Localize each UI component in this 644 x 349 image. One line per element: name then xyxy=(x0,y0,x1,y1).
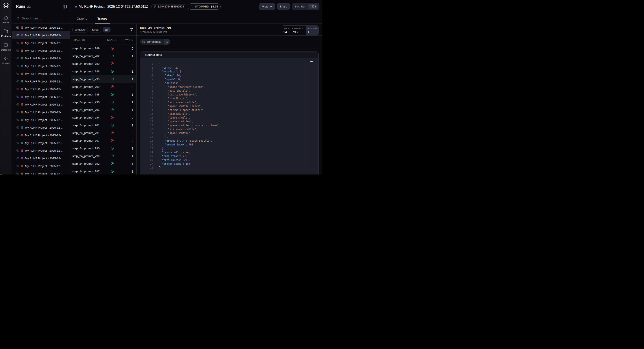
trace-row[interactable]: step_24_prompt_788 1 xyxy=(71,91,136,98)
correctness-chip[interactable]: correctness 1 xyxy=(140,39,170,45)
run-list-item[interactable]: My RLHF Project - 2025-12-... xyxy=(12,147,70,154)
run-list-item[interactable]: My RLHF Project - 2025-12-... xyxy=(12,31,70,39)
collapse-json-icon[interactable] xyxy=(310,61,313,62)
run-list-item[interactable]: My RLHF Project - 2025-12-... xyxy=(12,24,70,31)
eye-off-icon[interactable] xyxy=(16,103,20,106)
run-list-item[interactable]: My RLHF Project - 2025-12-... xyxy=(12,62,70,70)
trace-row[interactable]: step_24_prompt_781 1 xyxy=(71,121,136,129)
tab-traces[interactable]: Traces xyxy=(95,13,110,24)
eye-off-icon[interactable] xyxy=(16,87,20,91)
eye-off-icon[interactable] xyxy=(16,64,20,68)
eye-off-icon[interactable] xyxy=(16,110,20,114)
run-list-item[interactable]: My RLHF Project - 2025-12-... xyxy=(12,108,70,116)
run-list-item[interactable]: My RLHF Project - 2025-12-... xyxy=(12,55,70,62)
trace-status xyxy=(106,77,119,81)
eye-off-icon[interactable] xyxy=(16,41,20,45)
code-line: 9 "sci space history", xyxy=(140,93,318,97)
trace-row[interactable]: step_24_prompt_787 1 xyxy=(71,167,136,175)
trace-row[interactable]: step_24_prompt_784 0 xyxy=(71,114,136,121)
trace-id: step_24_prompt_790 xyxy=(72,101,106,104)
trace-row[interactable]: step_24_prompt_796 1 xyxy=(71,106,136,114)
eye-off-icon[interactable] xyxy=(16,157,20,160)
run-color-dot xyxy=(21,150,23,152)
eye-off-icon[interactable] xyxy=(16,149,20,152)
filter-chip-failed[interactable]: failed xyxy=(90,27,101,33)
run-list-item[interactable]: My RLHF Project - 2025-12-... xyxy=(12,116,70,124)
sidebar-item-home[interactable]: Home xyxy=(0,15,12,24)
tab-graphs[interactable]: Graphs xyxy=(74,13,90,24)
trace-row[interactable]: step_24_prompt_782 1 xyxy=(71,160,136,167)
run-list-item[interactable]: My RLHF Project - 2025-12-... xyxy=(12,93,70,101)
trace-row[interactable]: step_24_prompt_799 0 xyxy=(71,83,136,91)
run-list-item[interactable]: My RLHF Project - 2025-12-... xyxy=(12,139,70,147)
trace-reward: 0 xyxy=(119,131,133,135)
sidebar-item-datasets[interactable]: Datasets xyxy=(0,43,12,51)
eye-off-icon xyxy=(16,87,20,91)
runs-title: Runs xyxy=(16,4,25,9)
trace-row[interactable]: step_24_prompt_790 1 xyxy=(71,144,136,152)
app-logo-icon[interactable] xyxy=(2,3,10,9)
run-list-item[interactable]: My RLHF Project - 2025-12-... xyxy=(12,85,70,93)
run-list-item[interactable]: My RLHF Project - 2025-12-... xyxy=(12,124,70,131)
trace-row[interactable]: step_24_prompt_795 1 xyxy=(71,75,136,83)
run-color-dot xyxy=(75,6,77,8)
trace-row[interactable]: step_24_prompt_791 0 xyxy=(71,129,136,137)
trace-id: step_24_prompt_789 xyxy=(72,47,106,50)
version-tag[interactable]: 1.0.0-1764886669574 xyxy=(152,4,186,9)
sidebar-item-projects[interactable]: Projects xyxy=(0,29,12,37)
trace-row[interactable]: step_24_prompt_786 1 xyxy=(71,68,136,75)
line-number: 5 xyxy=(140,77,153,81)
eye-off-icon xyxy=(16,134,20,137)
sidebar-item-label: Datasets xyxy=(1,49,11,51)
search-runs-input[interactable] xyxy=(22,17,67,20)
trace-table-body: step_24_prompt_789 0 step_24_prompt_782 … xyxy=(71,45,136,175)
filter-funnel-icon[interactable] xyxy=(130,28,133,32)
eye-off-icon[interactable] xyxy=(16,80,20,83)
eye-off-icon[interactable] xyxy=(16,134,20,137)
run-list-item[interactable]: My RLHF Project - 2025-12-... xyxy=(12,170,70,175)
run-list-item[interactable]: My RLHF Project - 2025-12-... xyxy=(12,154,70,162)
eye-off-icon[interactable] xyxy=(16,172,20,175)
trace-row[interactable]: step_24_prompt_789 0 xyxy=(71,60,136,68)
line-number: 16 xyxy=(140,120,153,123)
trace-row[interactable]: step_24_prompt_789 0 xyxy=(71,45,136,52)
eye-icon[interactable] xyxy=(16,34,20,37)
run-list-item[interactable]: My RLHF Project - 2025-12-... xyxy=(12,70,70,78)
trace-detail-panel: step_24_prompt_795 12/4/2025, 5:30:34 PM… xyxy=(136,24,322,175)
line-number: 26 xyxy=(140,158,153,162)
run-list-item[interactable]: My RLHF Project - 2025-12-... xyxy=(12,101,70,108)
view-button[interactable]: View xyxy=(260,3,275,10)
share-button[interactable]: Share xyxy=(277,3,290,10)
sidebar-item-models[interactable]: Models xyxy=(0,56,12,65)
eye-off-icon[interactable] xyxy=(16,141,20,145)
eye-off-icon[interactable] xyxy=(16,95,20,99)
run-list-item[interactable]: My RLHF Project - 2025-12-... xyxy=(12,78,70,85)
eye-off-icon[interactable] xyxy=(16,57,20,60)
run-list-item[interactable]: My RLHF Project - 2025-12-... xyxy=(12,162,70,170)
trace-status xyxy=(106,62,119,65)
eye-off-icon[interactable] xyxy=(16,126,20,129)
filter-chip-complete[interactable]: complete xyxy=(72,27,88,33)
run-list-item[interactable]: My RLHF Project - 2025-12-... xyxy=(12,47,70,55)
run-list-item[interactable]: My RLHF Project - 2025-12-... xyxy=(12,131,70,139)
run-color-dot xyxy=(21,165,23,167)
run-list-item[interactable]: My RLHF Project - 2025-12-... xyxy=(12,39,70,47)
rollout-json-viewer[interactable]: 1{2 "turns": 2,3 "metadata": {4 "step": … xyxy=(140,58,318,175)
eye-off-icon[interactable] xyxy=(16,72,20,75)
trace-row[interactable]: step_24_prompt_790 1 xyxy=(71,98,136,106)
eye-off-icon xyxy=(16,95,20,99)
run-name: My RLHF Project - 2025-12-... xyxy=(25,141,64,145)
eye-icon[interactable] xyxy=(16,26,20,29)
trace-row[interactable]: step_24_prompt_782 1 xyxy=(71,52,136,60)
eye-off-icon[interactable] xyxy=(16,49,20,52)
trace-reward: 1 xyxy=(119,54,133,58)
run-name: My RLHF Project - 2025-12-... xyxy=(25,126,64,129)
filter-chip-all[interactable]: all xyxy=(103,27,110,33)
trace-row[interactable]: step_24_prompt_790 1 xyxy=(71,152,136,160)
eye-off-icon[interactable] xyxy=(16,118,20,122)
eye-off-icon[interactable] xyxy=(16,164,20,168)
trace-row[interactable]: step_24_prompt_797 0 xyxy=(71,137,136,144)
stop-run-button[interactable]: Stop Run ⌃⌘S xyxy=(292,3,320,10)
collapse-panel-icon[interactable] xyxy=(63,5,67,9)
eye-off-icon xyxy=(16,49,20,52)
